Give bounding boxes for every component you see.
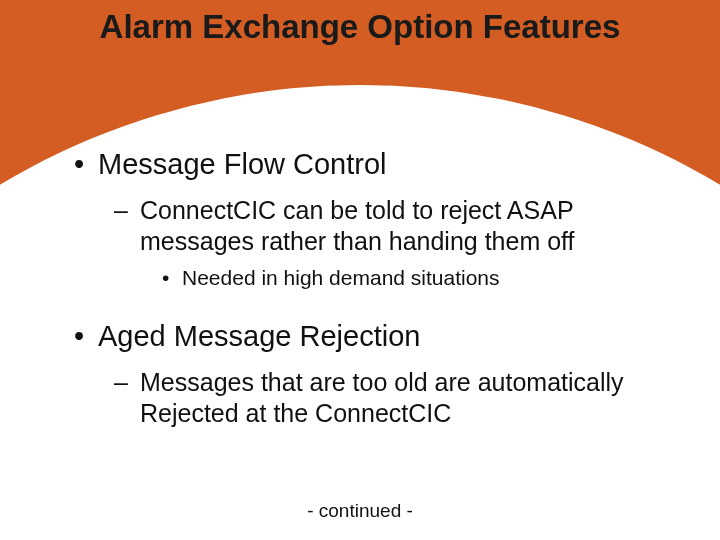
slide-title: Alarm Exchange Option Features [0, 8, 720, 46]
bullet-level2: Messages that are too old are automatica… [70, 367, 670, 428]
slide-content: Message Flow Control ConnectCIC can be t… [70, 148, 670, 438]
continued-footer: - continued - [0, 500, 720, 522]
bullet-level1: Aged Message Rejection [70, 320, 670, 353]
bullet-level1: Message Flow Control [70, 148, 670, 181]
bullet-level3: Needed in high demand situations [70, 266, 670, 290]
bullet-level2: ConnectCIC can be told to reject ASAP me… [70, 195, 670, 256]
